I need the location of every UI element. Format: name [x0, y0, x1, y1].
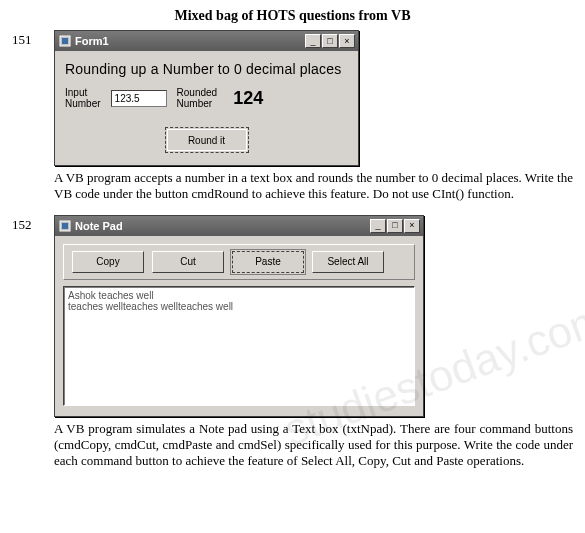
svg-rect-3 [62, 223, 68, 229]
input-number-field[interactable] [111, 90, 167, 107]
cut-button[interactable]: Cut [152, 251, 224, 273]
window-title: Form1 [75, 35, 300, 47]
select-all-button[interactable]: Select All [312, 251, 384, 273]
question-152: 152 Note Pad _ □ × Copy Cut Paste Select… [12, 215, 573, 478]
form-heading: Rounding up a Number to 0 decimal places [65, 61, 348, 77]
toolbar: Copy Cut Paste Select All [63, 244, 415, 280]
svg-rect-1 [62, 38, 68, 44]
copy-button[interactable]: Copy [72, 251, 144, 273]
input-number-label: Input Number [65, 87, 101, 109]
app-icon [59, 220, 71, 232]
titlebar: Note Pad _ □ × [55, 216, 423, 236]
paste-button[interactable]: Paste [232, 251, 304, 273]
minimize-icon[interactable]: _ [305, 34, 321, 48]
question-151: 151 Form1 _ □ × Rounding up a Number to … [12, 30, 573, 211]
window-title: Note Pad [75, 220, 365, 232]
question-description: A VB program accepts a number in a text … [54, 170, 573, 203]
maximize-icon[interactable]: □ [387, 219, 403, 233]
form1-window: Form1 _ □ × Rounding up a Number to 0 de… [54, 30, 359, 166]
notepad-window: Note Pad _ □ × Copy Cut Paste Select All… [54, 215, 424, 417]
question-number: 151 [12, 30, 46, 48]
rounded-number-value: 124 [233, 88, 263, 109]
question-description: A VB program simulates a Note pad using … [54, 421, 573, 470]
close-icon[interactable]: × [404, 219, 420, 233]
titlebar: Form1 _ □ × [55, 31, 358, 51]
question-number: 152 [12, 215, 46, 233]
round-it-button[interactable]: Round it [165, 127, 249, 153]
app-icon [59, 35, 71, 47]
minimize-icon[interactable]: _ [370, 219, 386, 233]
page-title: Mixed bag of HOTS questions from VB [12, 8, 573, 24]
notepad-textarea[interactable]: Ashok teaches well teaches wellteaches w… [63, 286, 415, 406]
maximize-icon[interactable]: □ [322, 34, 338, 48]
close-icon[interactable]: × [339, 34, 355, 48]
rounded-number-label: Rounded Number [177, 87, 218, 109]
